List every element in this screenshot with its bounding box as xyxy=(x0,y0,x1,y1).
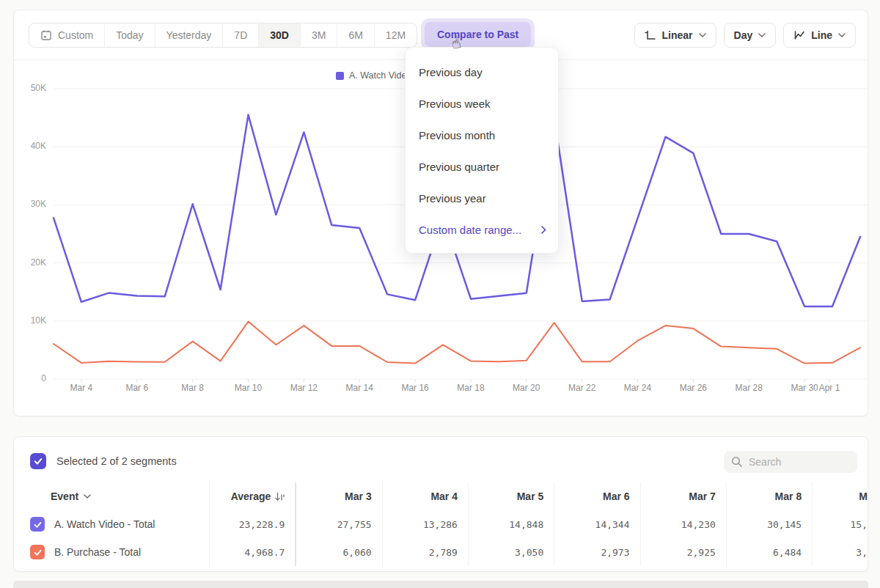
range-30d[interactable]: 30D xyxy=(258,23,300,47)
range-yesterday[interactable]: Yesterday xyxy=(155,23,223,47)
segment-value: 4,968.7 xyxy=(210,538,297,566)
interval-button[interactable]: Day xyxy=(724,23,777,48)
compare-to-past-button[interactable]: Compare to Past xyxy=(425,22,531,47)
column-header-mar-7[interactable]: Mar 7 xyxy=(641,482,727,510)
segment-checkbox[interactable] xyxy=(30,545,45,559)
check-icon xyxy=(33,456,43,466)
column-header-mar-5[interactable]: Mar 5 xyxy=(469,482,554,510)
segment-value: 15, xyxy=(813,510,868,538)
calendar-icon xyxy=(40,29,52,41)
segment-value: 2,925 xyxy=(641,538,727,566)
event-header-label: Event xyxy=(51,490,78,502)
range-3m[interactable]: 3M xyxy=(300,23,337,47)
column-header-event[interactable]: Event xyxy=(14,482,210,510)
column-header-mar-6[interactable]: Mar 6 xyxy=(554,482,640,510)
date-range-picker: Custom Today Yesterday 7D 30D 3M 6M 12M xyxy=(29,23,417,48)
axis-scale-icon xyxy=(645,29,656,41)
x-axis-label: Mar 16 xyxy=(401,383,428,393)
segment-row[interactable]: B. Purchase - Total4,968.76,0602,7893,05… xyxy=(14,538,868,566)
range-custom-label: Custom xyxy=(58,29,93,41)
column-header-mar-3[interactable]: Mar 3 xyxy=(296,482,382,510)
select-all-checkbox[interactable] xyxy=(30,453,46,469)
x-axis-label: Mar 10 xyxy=(235,383,262,393)
column-header-mar-8[interactable]: Mar 8 xyxy=(727,482,813,510)
chevron-down-icon xyxy=(699,33,706,37)
check-icon xyxy=(33,520,43,529)
x-axis-label: Mar 24 xyxy=(624,383,651,393)
x-axis-label: Mar 20 xyxy=(513,383,540,393)
range-12m[interactable]: 12M xyxy=(374,23,417,47)
column-header-m[interactable]: M xyxy=(813,482,868,510)
y-axis-label: 20K xyxy=(18,257,46,268)
y-axis-label: 50K xyxy=(18,83,46,93)
range-custom[interactable]: Custom xyxy=(29,23,104,47)
column-header-average[interactable]: Average xyxy=(210,482,297,510)
menu-item-previous-day[interactable]: Previous day xyxy=(406,56,558,88)
search-icon xyxy=(731,456,743,468)
chevron-down-icon xyxy=(758,33,766,37)
column-header-label: Mar 3 xyxy=(345,490,372,502)
sort-descending-icon xyxy=(275,492,285,501)
segment-value: 13,286 xyxy=(383,510,469,538)
next-section-edge xyxy=(13,581,868,588)
menu-item-previous-quarter[interactable]: Previous quarter xyxy=(406,151,558,183)
chart-type-button[interactable]: Line xyxy=(783,23,856,48)
chart-type-label: Line xyxy=(811,29,832,41)
x-axis-label: Mar 14 xyxy=(346,383,373,393)
scale-label: Linear xyxy=(662,29,693,41)
y-axis-label: 10K xyxy=(18,315,46,326)
menu-item-previous-week[interactable]: Previous week xyxy=(406,88,558,120)
column-header-mar-4[interactable]: Mar 4 xyxy=(383,482,469,510)
column-header-label: Mar 7 xyxy=(689,490,716,502)
segment-value: 2,789 xyxy=(383,538,469,566)
range-7d[interactable]: 7D xyxy=(222,23,258,47)
search-input[interactable] xyxy=(749,456,844,468)
segments-card: Selected 2 of 2 segments EventAverageMar… xyxy=(13,436,868,572)
segment-value: 30,145 xyxy=(727,510,813,538)
scale-button[interactable]: Linear xyxy=(634,23,716,48)
table-body: A. Watch Video - Total23,228.927,75513,2… xyxy=(14,510,868,566)
segment-value: 3, xyxy=(813,538,868,566)
y-axis-label: 40K xyxy=(18,141,46,151)
custom-date-range-label: Custom date range... xyxy=(419,224,521,236)
x-axis-label: Mar 18 xyxy=(457,383,484,393)
compare-to-past-menu: Previous day Previous week Previous mont… xyxy=(405,47,559,254)
menu-item-custom-date-range[interactable]: Custom date range... xyxy=(406,214,558,246)
segment-value: 6,060 xyxy=(296,538,382,566)
chevron-right-icon xyxy=(541,226,546,234)
x-axis-label: Mar 8 xyxy=(181,383,204,393)
menu-item-previous-month[interactable]: Previous month xyxy=(406,120,558,151)
x-axis-label: Mar 4 xyxy=(70,383,93,393)
line-chart-icon xyxy=(793,29,805,41)
compare-to-past-focus-ring: Compare to Past xyxy=(421,18,535,51)
segment-value: 23,228.9 xyxy=(210,510,297,538)
range-6m[interactable]: 6M xyxy=(337,23,373,47)
table-header-row: EventAverageMar 3Mar 4Mar 5Mar 6Mar 7Mar… xyxy=(14,482,868,510)
column-header-label: Mar 5 xyxy=(517,490,544,502)
segment-value: 14,230 xyxy=(641,510,727,538)
y-axis-label: 0 xyxy=(18,373,46,383)
segments-table: EventAverageMar 3Mar 4Mar 5Mar 6Mar 7Mar… xyxy=(14,482,868,566)
column-header-label: Mar 8 xyxy=(775,490,802,502)
check-icon xyxy=(33,548,43,557)
segment-search xyxy=(724,451,857,473)
segment-row-label-cell: B. Purchase - Total xyxy=(14,538,210,566)
segment-value: 14,344 xyxy=(554,510,640,538)
segment-value: 2,973 xyxy=(554,538,640,566)
segment-value: 6,484 xyxy=(727,538,813,566)
range-today[interactable]: Today xyxy=(104,23,154,47)
x-axis-label: Mar 22 xyxy=(568,383,595,393)
column-header-label: Mar 6 xyxy=(603,490,630,502)
segment-checkbox[interactable] xyxy=(30,517,45,532)
menu-item-previous-year[interactable]: Previous year xyxy=(406,183,558,214)
chevron-down-icon xyxy=(838,33,846,37)
segment-row[interactable]: A. Watch Video - Total23,228.927,75513,2… xyxy=(14,510,868,538)
series-line-purchase xyxy=(54,322,860,364)
x-axis-label: Mar 26 xyxy=(680,383,707,393)
column-header-label: Mar 4 xyxy=(430,490,458,502)
x-axis-label: Mar 28 xyxy=(736,383,763,393)
watch-video-swatch xyxy=(336,72,344,80)
x-axis-label: Apr 1 xyxy=(819,383,840,393)
segment-row-label-cell: A. Watch Video - Total xyxy=(14,510,210,538)
column-header-label: Average xyxy=(231,490,271,502)
